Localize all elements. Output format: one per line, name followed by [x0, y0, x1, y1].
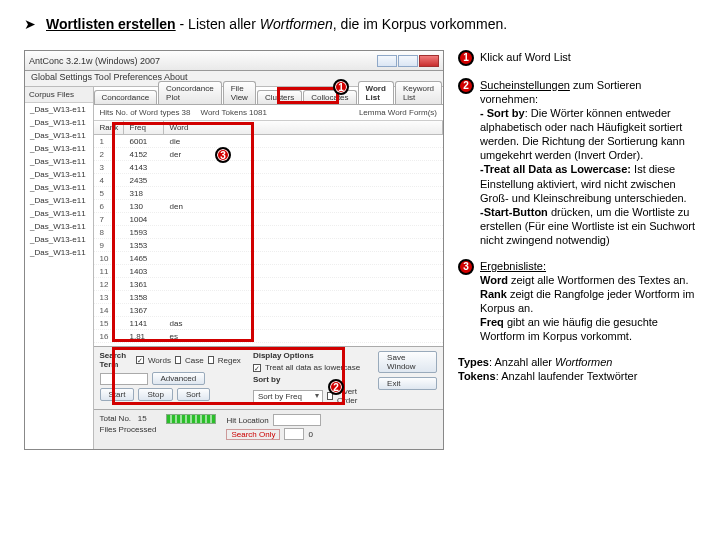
- sidebar-item[interactable]: _Das_W13-e11: [25, 220, 93, 233]
- table-row[interactable]: 131358: [94, 291, 444, 304]
- sidebar-item[interactable]: _Das_W13-e11: [25, 142, 93, 155]
- marker-2-icon: 2: [458, 78, 474, 94]
- tab-concordance-plot[interactable]: Concordance Plot: [158, 81, 222, 104]
- display-options-label: Display Options: [253, 351, 366, 360]
- table-row[interactable]: 111403: [94, 265, 444, 278]
- tab-file-view[interactable]: File View: [223, 81, 256, 104]
- types-tokens-note: Types: Anzahl aller Wortformen Tokens: A…: [458, 355, 696, 383]
- table-row[interactable]: 16001die: [94, 135, 444, 148]
- sidebar-item[interactable]: _Das_W13-e11: [25, 246, 93, 259]
- window-title: AntConc 3.2.1w (Windows) 2007: [29, 56, 160, 66]
- sortby-label: Sort by: [253, 375, 366, 384]
- window-titlebar: AntConc 3.2.1w (Windows) 2007: [25, 51, 443, 71]
- sidebar-item[interactable]: _Das_W13-e11: [25, 155, 93, 168]
- sidebar-item[interactable]: _Das_W13-e11: [25, 194, 93, 207]
- words-checkbox[interactable]: [136, 356, 144, 364]
- callout-marker-3: 3: [215, 147, 231, 163]
- marker-3-icon: 3: [458, 259, 474, 275]
- corpus-files-sidebar: Corpus Files _Das_W13-e11_Das_W13-e11_Da…: [25, 87, 94, 449]
- sidebar-item[interactable]: _Das_W13-e11: [25, 233, 93, 246]
- close-button[interactable]: [419, 55, 439, 67]
- sidebar-header: Corpus Files: [25, 87, 93, 103]
- sidebar-item[interactable]: _Das_W13-e11: [25, 116, 93, 129]
- exit-button[interactable]: Exit: [378, 377, 437, 390]
- window-buttons: [377, 55, 439, 67]
- table-row[interactable]: 141367: [94, 304, 444, 317]
- table-row[interactable]: 34143: [94, 161, 444, 174]
- tab-collocates[interactable]: Collocates: [303, 90, 356, 104]
- sidebar-items: _Das_W13-e11_Das_W13-e11_Das_W13-e11_Das…: [25, 103, 93, 259]
- table-row[interactable]: 5318: [94, 187, 444, 200]
- sidebar-item[interactable]: _Das_W13-e11: [25, 168, 93, 181]
- search-input[interactable]: [100, 373, 148, 385]
- table-row[interactable]: 81593: [94, 226, 444, 239]
- heading-text: Wortlisten erstellen - Listen aller Wort…: [46, 16, 507, 32]
- table-row[interactable]: 91353: [94, 239, 444, 252]
- maximize-button[interactable]: [398, 55, 418, 67]
- tab-word-list[interactable]: Word List: [358, 81, 394, 104]
- instruction-2: 2 Sucheinstellungen zum Sortieren vorneh…: [458, 78, 696, 247]
- case-checkbox[interactable]: [175, 356, 181, 364]
- table-row[interactable]: 24152der: [94, 148, 444, 161]
- table-row[interactable]: 161.81es: [94, 330, 444, 343]
- table-row[interactable]: 121361: [94, 278, 444, 291]
- search-controls-panel: Search Term Words Case Regex Advanced St…: [94, 346, 444, 409]
- instruction-1: 1 Klick auf Word List: [458, 50, 696, 66]
- callout-marker-1: 1: [333, 79, 349, 95]
- wordlist-table: Rank Freq Word 16001die24152der341434243…: [94, 121, 444, 346]
- table-row[interactable]: 101465: [94, 252, 444, 265]
- search-only-badge[interactable]: Search Only: [226, 429, 280, 440]
- progress-bar: [166, 414, 216, 424]
- table-row[interactable]: 42435: [94, 174, 444, 187]
- heading: ➤ Wortlisten erstellen - Listen aller Wo…: [24, 16, 696, 32]
- column-rank[interactable]: Rank: [94, 121, 124, 134]
- tab-clusters[interactable]: Clusters: [257, 90, 302, 104]
- instructions-column: 1 Klick auf Word List 2 Sucheinstellunge…: [458, 50, 696, 396]
- status-footer: Total No. 15 Files Processed Hit Locatio…: [94, 409, 444, 449]
- callout-marker-2: 2: [328, 379, 344, 395]
- search-term-label: Search Term: [100, 351, 132, 369]
- start-button[interactable]: Start: [100, 388, 135, 401]
- tab-concordance[interactable]: Concordance: [94, 90, 158, 104]
- hit-location-label: Hit Location: [226, 416, 268, 425]
- hit-location-input[interactable]: [273, 414, 321, 426]
- stop-button[interactable]: Stop: [138, 388, 172, 401]
- sidebar-item[interactable]: _Das_W13-e11: [25, 207, 93, 220]
- advanced-button[interactable]: Advanced: [152, 372, 206, 385]
- chevron-icon: ➤: [24, 16, 36, 32]
- minimize-button[interactable]: [377, 55, 397, 67]
- sortby-dropdown[interactable]: Sort by Freq: [253, 390, 323, 403]
- lowercase-checkbox[interactable]: [253, 364, 261, 372]
- sidebar-item[interactable]: _Das_W13-e11: [25, 103, 93, 116]
- sub-toolbar: Hits No. of Word types 38 Word Tokens 10…: [94, 105, 444, 121]
- save-window-button[interactable]: Save Window: [378, 351, 437, 373]
- tab-keyword-list[interactable]: Keyword List: [395, 81, 442, 104]
- search-only-input[interactable]: [284, 428, 304, 440]
- column-word[interactable]: Word: [164, 121, 444, 134]
- sidebar-item[interactable]: _Das_W13-e11: [25, 129, 93, 142]
- tool-tabs: ConcordanceConcordance PlotFile ViewClus…: [94, 87, 444, 105]
- table-row[interactable]: 71004: [94, 213, 444, 226]
- table-row[interactable]: 151141das: [94, 317, 444, 330]
- instruction-3: 3 Ergebnisliste: Word zeigt alle Wortfor…: [458, 259, 696, 343]
- column-freq[interactable]: Freq: [124, 121, 164, 134]
- antconc-screenshot: AntConc 3.2.1w (Windows) 2007 Global Set…: [24, 50, 444, 450]
- marker-1-icon: 1: [458, 50, 474, 66]
- regex-checkbox[interactable]: [208, 356, 214, 364]
- sort-button[interactable]: Sort: [177, 388, 210, 401]
- table-row[interactable]: 6130den: [94, 200, 444, 213]
- sidebar-item[interactable]: _Das_W13-e11: [25, 181, 93, 194]
